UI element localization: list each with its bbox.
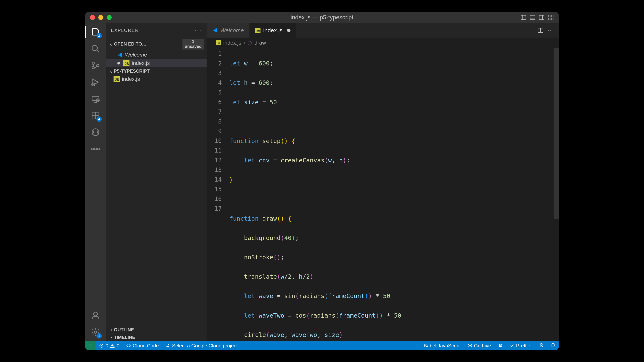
- svg-rect-0: [521, 15, 526, 20]
- status-language[interactable]: { } Babel JavaScript: [414, 343, 464, 349]
- breadcrumb-file: index.js: [223, 40, 241, 46]
- status-cloud-code[interactable]: Cloud Code: [123, 341, 162, 350]
- status-remote[interactable]: [85, 341, 96, 350]
- outline-section[interactable]: › OUTLINE: [106, 326, 206, 334]
- svg-point-28: [94, 312, 98, 316]
- breadcrumb-symbol: draw: [254, 40, 266, 46]
- activity-cloud-code[interactable]: [90, 127, 100, 137]
- outline-label: OUTLINE: [114, 327, 134, 333]
- tab-bar: Welcome JS index.js ···: [206, 23, 559, 37]
- chevron-right-icon: ›: [108, 327, 114, 333]
- svg-point-13: [92, 67, 94, 69]
- svg-point-29: [94, 331, 97, 333]
- project-section[interactable]: ⌄ P5-TYPESCRIPT: [106, 67, 206, 75]
- timeline-label: TIMELINE: [114, 335, 135, 340]
- chevron-down-icon: ⌄: [108, 68, 114, 74]
- status-feedback[interactable]: [536, 343, 547, 348]
- code-lines[interactable]: let w = 600; let h = 600; let size = 50 …: [228, 48, 559, 341]
- status-bar: 0 0 Cloud Code Select a Google Cloud pro…: [85, 341, 559, 350]
- status-go-live[interactable]: Go Live: [464, 343, 494, 349]
- titlebar: index.js — p5-typescript: [85, 12, 559, 23]
- minimize-window-button[interactable]: [98, 15, 103, 20]
- sidebar-header: EXPLORER ···: [106, 23, 206, 37]
- svg-point-10: [92, 45, 98, 51]
- sidebar-title: EXPLORER: [111, 28, 139, 33]
- activity-account[interactable]: [90, 310, 100, 321]
- open-editor-welcome-label: Welcome: [125, 52, 147, 58]
- js-file-icon: JS: [114, 76, 120, 82]
- feedback-icon: [539, 343, 544, 348]
- scrollbar[interactable]: [554, 48, 559, 219]
- status-gcp-project[interactable]: Select a Google Cloud project: [162, 341, 241, 350]
- project-label: P5-TYPESCRIPT: [114, 68, 150, 74]
- close-window-button[interactable]: [90, 15, 95, 20]
- js-file-icon: JS: [255, 28, 260, 33]
- open-editor-welcome[interactable]: Welcome: [106, 51, 206, 59]
- editor-group: Welcome JS index.js ··· JS index.js › ⬡ …: [206, 23, 559, 341]
- svg-rect-2: [530, 15, 535, 20]
- tab-welcome[interactable]: Welcome: [206, 23, 250, 37]
- svg-rect-7: [551, 15, 553, 17]
- unsaved-badge: 1 unsaved: [182, 39, 204, 49]
- activity-source-control[interactable]: [90, 60, 100, 71]
- split-editor-icon[interactable]: [537, 27, 544, 33]
- open-editors-section[interactable]: ⌄ OPEN EDITO… 1 unsaved: [106, 37, 206, 51]
- line-gutter: 1234567891011121314151617: [206, 48, 228, 341]
- vscode-window: index.js — p5-typescript 1: [85, 12, 559, 350]
- activity-run-debug[interactable]: [90, 77, 100, 87]
- js-file-icon: JS: [124, 60, 130, 66]
- vscode-icon: [212, 28, 218, 33]
- activity-settings[interactable]: 1: [90, 327, 100, 337]
- tab-indexjs[interactable]: JS index.js: [250, 23, 296, 37]
- unsaved-dot-icon: [117, 62, 120, 64]
- activity-extensions[interactable]: 4: [90, 110, 100, 121]
- window-title: index.js — p5-typescript: [291, 14, 354, 21]
- breadcrumb[interactable]: JS index.js › ⬡ draw: [206, 37, 559, 48]
- sidebar-more-icon[interactable]: ···: [195, 27, 202, 34]
- status-copilot[interactable]: [494, 343, 506, 348]
- maximize-window-button[interactable]: [107, 15, 112, 20]
- copilot-icon: [498, 343, 503, 348]
- vscode-icon: [117, 52, 123, 57]
- svg-rect-39: [499, 346, 502, 347]
- toggle-secondary-sidebar-icon[interactable]: [538, 14, 545, 21]
- explorer-badge: 1: [96, 33, 102, 38]
- sidebar: EXPLORER ··· ⌄ OPEN EDITO… 1 unsaved Wel…: [106, 23, 206, 341]
- editor-more-icon[interactable]: ···: [548, 27, 554, 34]
- svg-point-37: [499, 344, 500, 346]
- file-indexjs[interactable]: JS index.js: [106, 75, 206, 83]
- svg-point-27: [98, 148, 100, 150]
- title-layout-actions: [520, 14, 554, 21]
- status-prettier[interactable]: Prettier: [506, 343, 536, 349]
- activity-search[interactable]: [90, 44, 100, 54]
- timeline-section[interactable]: › TIMELINE: [106, 334, 206, 341]
- method-icon: ⬡: [248, 40, 252, 46]
- svg-rect-4: [539, 15, 544, 20]
- settings-badge: 1: [96, 333, 102, 339]
- activity-remote[interactable]: [90, 94, 100, 104]
- js-file-icon: JS: [216, 40, 221, 45]
- status-notifications[interactable]: [547, 343, 559, 348]
- braces-icon: { }: [417, 343, 422, 349]
- svg-rect-9: [551, 18, 553, 20]
- extensions-badge: 4: [96, 116, 102, 122]
- open-editor-indexjs[interactable]: JS index.js: [106, 59, 206, 67]
- toggle-panel-icon[interactable]: [529, 14, 536, 21]
- svg-point-26: [94, 148, 96, 150]
- check-icon: [510, 344, 514, 348]
- unsaved-dot-icon: [287, 29, 290, 32]
- svg-rect-20: [92, 112, 95, 115]
- tab-indexjs-label: index.js: [263, 27, 282, 33]
- activity-explorer[interactable]: 1: [90, 27, 100, 37]
- remote-icon: [88, 343, 92, 348]
- window-controls: [90, 15, 112, 20]
- activity-more[interactable]: [90, 144, 100, 154]
- open-editor-indexjs-label: index.js: [132, 60, 150, 66]
- main-area: 1 4: [85, 23, 559, 341]
- toggle-primary-sidebar-icon[interactable]: [520, 14, 527, 21]
- chevron-down-icon: ⌄: [108, 41, 114, 47]
- customize-layout-icon[interactable]: [548, 14, 554, 21]
- status-problems[interactable]: 0 0: [96, 341, 123, 350]
- code-editor[interactable]: 1234567891011121314151617 let w = 600; l…: [206, 48, 559, 341]
- file-indexjs-label: index.js: [122, 76, 140, 82]
